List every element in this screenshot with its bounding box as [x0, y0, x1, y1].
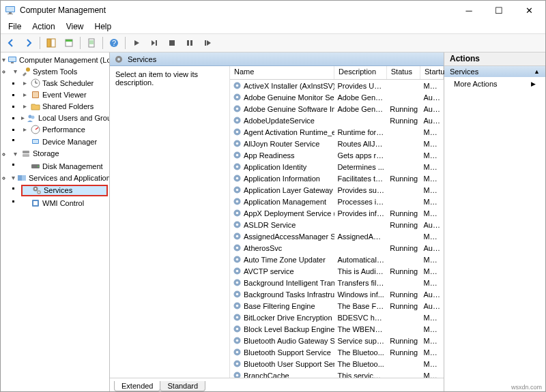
service-startup: Manu [420, 314, 444, 322]
service-row[interactable]: Application IdentityDetermines ...Manu [230, 161, 444, 172]
service-row[interactable]: ActiveX Installer (AxInstSV)Provides Use… [230, 80, 444, 91]
gear-icon [233, 243, 242, 252]
service-description: Determines ... [334, 163, 387, 171]
tree-shared-folders[interactable]: ▸Shared Folders [21, 100, 108, 112]
restart-button[interactable] [199, 35, 216, 50]
service-row[interactable]: Agent Activation Runtime_e...Runtime for… [230, 126, 444, 138]
service-row[interactable]: Base Filtering EngineThe Base Filt...Run… [230, 300, 444, 312]
service-row[interactable]: Background Intelligent Tran...Transfers … [230, 277, 444, 288]
tree-local-users[interactable]: ▸Local Users and Groups [21, 112, 108, 123]
service-row[interactable]: Bluetooth Support ServiceThe Bluetoo...R… [230, 346, 444, 358]
titlebar[interactable]: Computer Management ─ ☐ ✕ [1, 1, 545, 20]
gear-icon [233, 371, 242, 378]
tree-task-scheduler[interactable]: ▸Task Scheduler [21, 77, 108, 89]
tree-disk-management[interactable]: Disk Management [21, 160, 108, 172]
gear-icon [233, 359, 242, 368]
service-row[interactable]: Adobe Genuine Monitor Ser...Adobe Genui.… [230, 91, 444, 103]
service-name: Block Level Backup Engine S... [230, 325, 334, 333]
tree-services-apps[interactable]: ▾Services and Applications [12, 172, 108, 183]
service-name: ActiveX Installer (AxInstSV) [230, 81, 334, 90]
forward-button[interactable] [20, 35, 37, 50]
service-name: Auto Time Zone Updater [230, 255, 334, 264]
show-hide-tree-button[interactable] [43, 35, 59, 50]
service-row[interactable]: Block Level Backup Engine S...The WBENGI… [230, 323, 444, 335]
tree-root[interactable]: ▾ Computer Management (Local) [2, 54, 108, 65]
window-title: Computer Management [20, 5, 454, 15]
tree-event-viewer[interactable]: ▸Event Viewer [21, 89, 108, 100]
svg-point-41 [117, 58, 120, 61]
svg-point-79 [236, 293, 239, 296]
chevron-right-icon: ▶ [531, 80, 536, 87]
col-startup[interactable]: Startu [420, 66, 444, 79]
toolbar: ? [1, 33, 545, 52]
list-header[interactable]: Name Description Status Startu [230, 66, 444, 80]
service-status: Running [387, 175, 420, 183]
col-description[interactable]: Description [334, 66, 387, 79]
menu-view[interactable]: View [61, 21, 89, 32]
close-button[interactable]: ✕ [514, 1, 544, 20]
properties-button[interactable] [61, 35, 77, 50]
menu-file[interactable]: File [3, 21, 26, 32]
service-row[interactable]: AllJoyn Router ServiceRoutes AllJo...Man… [230, 138, 444, 149]
service-description: Runtime for ... [334, 128, 387, 136]
back-button[interactable] [3, 35, 19, 50]
svg-rect-18 [11, 62, 14, 63]
service-row[interactable]: Bluetooth Audio Gateway Ser...Service su… [230, 335, 444, 346]
menu-help[interactable]: Help [90, 21, 117, 32]
svg-rect-15 [205, 40, 206, 46]
service-row[interactable]: Application InformationFacilitates th...… [230, 172, 444, 184]
service-row[interactable]: Application ManagementProcesses in...Man… [230, 196, 444, 207]
actions-more[interactable]: More Actions ▶ [444, 77, 545, 91]
service-row[interactable]: AtherosSvcRunningAutor [230, 242, 444, 254]
tree-storage[interactable]: ▾Storage [12, 148, 108, 160]
help-button[interactable]: ? [106, 35, 122, 50]
service-row[interactable]: Bluetooth User Support Serv...The Blueto… [230, 358, 444, 370]
service-row[interactable]: BitLocker Drive Encryption S...BDESVC ho… [230, 312, 444, 323]
gear-icon [233, 174, 242, 183]
service-row[interactable]: AVCTP serviceThis is Audio...RunningManu [230, 265, 444, 277]
tree-pane[interactable]: ▾ Computer Management (Local) ▾System To… [1, 52, 110, 391]
menu-action[interactable]: Action [27, 21, 59, 32]
service-name: AllJoyn Router Service [230, 139, 334, 148]
service-description: AssignedAcc... [334, 232, 387, 241]
service-name: BitLocker Drive Encryption S... [230, 313, 334, 322]
service-row[interactable]: AssignedAccessManager Ser...AssignedAcc.… [230, 230, 444, 242]
service-row[interactable]: Application Layer Gateway S...Provides s… [230, 184, 444, 196]
service-row[interactable]: BranchCacheThis service ...Manu [230, 370, 444, 378]
export-button[interactable] [83, 35, 100, 50]
tree-device-manager[interactable]: Device Manager [21, 136, 108, 148]
service-name: Bluetooth User Support Serv... [230, 359, 334, 368]
service-row[interactable]: App ReadinessGets apps re...Manu [230, 149, 444, 161]
service-row[interactable]: AdobeUpdateServiceRunningAutor [230, 115, 444, 126]
play-button[interactable] [128, 35, 145, 50]
play-step-button[interactable] [146, 35, 162, 50]
col-name[interactable]: Name [230, 66, 334, 79]
service-row[interactable]: Adobe Genuine Software Int...Adobe Genui… [230, 103, 444, 115]
list-rows[interactable]: ActiveX Installer (AxInstSV)Provides Use… [230, 80, 444, 378]
service-name: AtherosSvc [230, 243, 334, 252]
stop-button[interactable] [164, 35, 180, 50]
tree-system-tools[interactable]: ▾System Tools [12, 65, 108, 77]
tree-wmi-control[interactable]: WMI Control [21, 197, 108, 209]
gear-icon [233, 104, 242, 113]
maximize-button[interactable]: ☐ [484, 1, 514, 20]
service-row[interactable]: Background Tasks Infrastruc...Windows in… [230, 288, 444, 300]
actions-section[interactable]: Services ▲ [444, 66, 545, 77]
service-description: Processes in... [334, 198, 387, 206]
tree-performance[interactable]: ▸Performance [21, 123, 108, 135]
gear-icon [233, 336, 242, 345]
service-description: Service supp... [334, 337, 387, 345]
col-status[interactable]: Status [387, 66, 420, 79]
service-row[interactable]: AppX Deployment Service (A...Provides in… [230, 207, 444, 219]
tab-standard[interactable]: Standard [160, 381, 205, 391]
minimize-button[interactable]: ─ [454, 1, 484, 20]
tree-services[interactable]: Services [21, 185, 108, 196]
service-startup: Manu [420, 256, 444, 264]
tab-extended[interactable]: Extended [114, 381, 160, 391]
gear-icon [233, 301, 242, 310]
pause-button[interactable] [182, 35, 198, 50]
service-startup: Manu [420, 337, 444, 345]
service-row[interactable]: ASLDR ServiceRunningAutor [230, 219, 444, 230]
services-list[interactable]: Name Description Status Startu ActiveX I… [230, 66, 444, 378]
service-row[interactable]: Auto Time Zone UpdaterAutomaticall...Man… [230, 254, 444, 265]
